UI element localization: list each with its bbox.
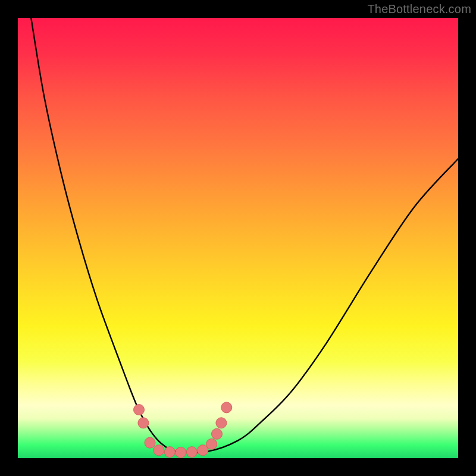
- curve-marker: [176, 447, 186, 458]
- curve-marker: [138, 418, 149, 428]
- curve-layer: [18, 18, 458, 458]
- curve-marker: [134, 405, 145, 415]
- curve-marker: [206, 439, 217, 449]
- markers-group: [134, 402, 232, 458]
- curve-marker: [216, 418, 227, 428]
- curve-marker: [154, 445, 164, 456]
- curve-marker: [186, 447, 197, 458]
- chart-canvas: TheBottleneck.com: [0, 0, 476, 476]
- watermark: TheBottleneck.com: [367, 2, 471, 16]
- curve-marker: [198, 445, 208, 456]
- curve-marker: [221, 402, 232, 413]
- bottleneck-curve: [31, 18, 458, 453]
- curve-marker: [164, 447, 175, 458]
- plot-area: [18, 18, 458, 458]
- curve-marker: [145, 437, 155, 448]
- curve-marker: [211, 428, 222, 439]
